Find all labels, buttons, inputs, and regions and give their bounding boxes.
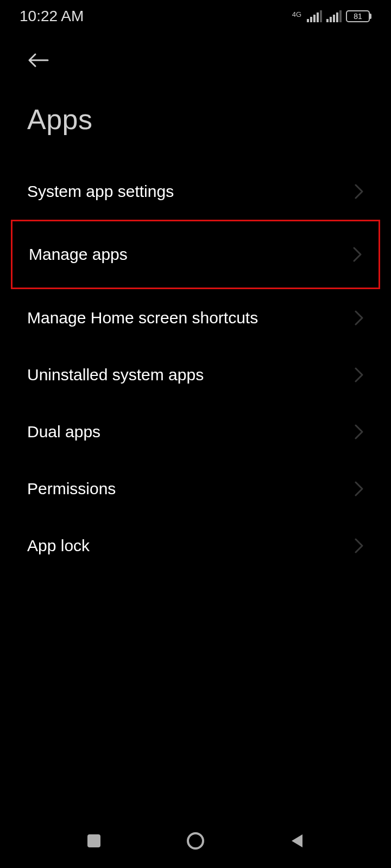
setting-permissions[interactable]: Permissions bbox=[0, 460, 391, 517]
svg-point-1 bbox=[188, 833, 203, 848]
signal-sim1-icon bbox=[307, 10, 322, 22]
chevron-right-icon bbox=[354, 310, 364, 326]
setting-label: Manage apps bbox=[29, 245, 128, 264]
status-indicators: 4G 81 bbox=[292, 10, 371, 22]
nav-back-button[interactable] bbox=[286, 830, 308, 852]
battery-icon: 81 bbox=[346, 10, 371, 22]
chevron-right-icon bbox=[354, 183, 364, 200]
home-button[interactable] bbox=[185, 830, 206, 852]
navigation-bar bbox=[0, 814, 391, 868]
setting-app-lock[interactable]: App lock bbox=[0, 517, 391, 574]
setting-system-app-settings[interactable]: System app settings bbox=[0, 163, 391, 220]
settings-list: System app settings Manage apps Manage H… bbox=[0, 163, 391, 574]
chevron-right-icon bbox=[354, 367, 364, 383]
setting-label: Dual apps bbox=[27, 423, 100, 441]
battery-percent: 81 bbox=[354, 12, 362, 21]
setting-label: App lock bbox=[27, 537, 90, 555]
setting-home-screen-shortcuts[interactable]: Manage Home screen shortcuts bbox=[0, 289, 391, 346]
chevron-right-icon bbox=[352, 246, 362, 263]
chevron-right-icon bbox=[354, 481, 364, 497]
triangle-left-icon bbox=[289, 832, 305, 850]
setting-uninstalled-system-apps[interactable]: Uninstalled system apps bbox=[0, 346, 391, 403]
status-bar: 10:22 AM 4G 81 bbox=[0, 0, 391, 30]
status-time: 10:22 AM bbox=[20, 8, 84, 25]
back-button[interactable] bbox=[0, 30, 391, 81]
setting-label: Uninstalled system apps bbox=[27, 366, 204, 384]
svg-rect-0 bbox=[87, 834, 100, 847]
chevron-right-icon bbox=[354, 538, 364, 554]
page-title: Apps bbox=[0, 81, 391, 163]
circle-icon bbox=[186, 831, 205, 851]
square-icon bbox=[86, 833, 102, 848]
setting-label: Manage Home screen shortcuts bbox=[27, 309, 258, 327]
chevron-right-icon bbox=[354, 424, 364, 440]
setting-label: System app settings bbox=[27, 182, 174, 201]
network-type-label: 4G bbox=[292, 10, 301, 18]
signal-sim2-icon bbox=[326, 10, 342, 22]
setting-manage-apps[interactable]: Manage apps bbox=[11, 220, 380, 289]
back-arrow-icon bbox=[27, 52, 49, 68]
setting-label: Permissions bbox=[27, 480, 116, 498]
recent-apps-button[interactable] bbox=[83, 830, 105, 852]
setting-dual-apps[interactable]: Dual apps bbox=[0, 403, 391, 460]
